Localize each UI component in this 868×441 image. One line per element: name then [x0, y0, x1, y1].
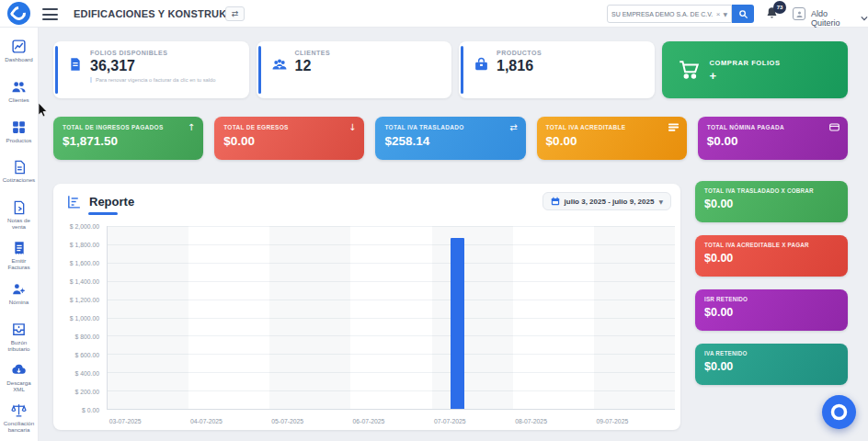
avatar[interactable]: [793, 7, 805, 20]
user-name: Aldo Quiterio: [811, 9, 858, 28]
sidebar-item-descarga-xml[interactable]: Descarga XML: [0, 362, 38, 402]
y-tick-label: $ 800.00: [75, 334, 99, 340]
gridline: [108, 354, 675, 355]
side-card-value: $0.00: [704, 252, 839, 265]
search-icon: [738, 9, 748, 19]
plot-area: [107, 226, 675, 410]
stat-value: $0.00: [223, 134, 355, 148]
sidebar-item-label: Cotizaciones: [2, 176, 36, 183]
y-tick-label: $ 1,000.00: [70, 315, 99, 322]
stat-value: $1,871.50: [63, 134, 194, 148]
card-isr-retenido[interactable]: ISR RETENIDO $0.00: [695, 289, 848, 331]
wallet-icon: [829, 123, 839, 133]
sale-note-icon: [12, 200, 27, 215]
sidebar-item-buzon-tributario[interactable]: Buzón tributario: [0, 322, 38, 362]
stat-ingresos-pagados[interactable]: TOTAL DE INGRESOS PAGADOS $1,871.50 ↑: [53, 117, 203, 160]
bar-07-07-2025[interactable]: [451, 238, 464, 409]
clientes-value: 12: [295, 58, 331, 74]
y-tick-label: $ 400.00: [75, 370, 99, 377]
y-tick-label: $ 1,200.00: [70, 297, 99, 303]
folio-document-icon: [68, 57, 83, 72]
sidebar-item-label: Emitir Facturas: [0, 257, 38, 271]
credit-card-icon: [668, 123, 679, 133]
notifications-button[interactable]: 73: [765, 6, 783, 25]
stat-egresos[interactable]: TOTAL DE EGRESOS $0.00 ↓: [214, 117, 364, 160]
sidebar-item-label: Buzón tributario: [0, 339, 38, 353]
logo-swoosh-icon: [9, 4, 29, 23]
y-axis: $ 0.00$ 200.00$ 400.00$ 600.00$ 800.00$ …: [61, 226, 107, 410]
x-tick-label: 09-07-2025: [572, 418, 653, 424]
sidebar-item-productos[interactable]: Productos: [0, 119, 38, 160]
stats-row: TOTAL DE INGRESOS PAGADOS $1,871.50 ↑ TO…: [53, 117, 848, 160]
category-stripe: [269, 226, 350, 409]
plus-icon: +: [710, 70, 717, 82]
boxes-icon: [11, 119, 27, 135]
sidebar-item-label: Clientes: [7, 96, 29, 103]
card-iva-trasladado-x-cobrar[interactable]: TOTAL IVA TRASLADADO X COBRAR $0.00: [695, 181, 848, 222]
user-menu[interactable]: Aldo Quiterio: [811, 9, 868, 28]
search-button[interactable]: [732, 5, 754, 23]
company-name: EDIFICACIONES Y KONSTRUKS...: [74, 8, 243, 19]
stat-label: TOTAL IVA ACREDITABLE: [546, 124, 678, 130]
sidebar-item-dashboard[interactable]: Dashboard: [0, 39, 38, 79]
chevron-down-icon: [861, 16, 868, 21]
y-tick-label: $ 1,400.00: [70, 278, 99, 285]
report-chart-icon: [66, 194, 82, 209]
sidebar-item-label: Dashboard: [4, 56, 33, 62]
clear-icon[interactable]: ×: [716, 10, 721, 18]
comprar-folios-button[interactable]: COMPRAR FOLIOS +: [662, 41, 849, 98]
stat-label: TOTAL NÓMINA PAGADA: [707, 124, 839, 130]
gridline: [108, 335, 675, 336]
app-logo[interactable]: [7, 2, 30, 25]
sidebar-item-cotizaciones[interactable]: Cotizaciones: [0, 160, 38, 200]
products-box-icon: [474, 57, 489, 73]
sidebar-item-conciliacion-bancaria[interactable]: Conciliación bancaria: [0, 402, 38, 441]
sidebar-item-label: Conciliación bancaria: [0, 420, 38, 434]
topbar: EDIFICACIONES Y KONSTRUKS... ⇄ SU EMPRES…: [0, 0, 868, 28]
switch-company-button[interactable]: ⇄: [225, 6, 245, 21]
clientes-label: CLIENTES: [295, 50, 331, 56]
card-iva-retenido[interactable]: IVA RETENIDO $0.00: [695, 344, 848, 385]
company-search: SU EMPRESA DEMO S.A. DE C.V. × ▼: [607, 5, 754, 23]
category-stripe: [108, 226, 188, 409]
sidebar-item-emitir-facturas[interactable]: Emitir Facturas: [0, 241, 38, 281]
y-tick-label: $ 1,600.00: [70, 260, 99, 266]
cloud-download-icon: [11, 362, 27, 378]
productos-label: PRODUCTOS: [497, 50, 542, 56]
date-range-picker[interactable]: julio 3, 2025 - julio 9, 2025 ▼: [542, 192, 671, 210]
stat-label: TOTAL DE EGRESOS: [223, 124, 355, 130]
sidebar-item-label: Descarga XML: [0, 379, 38, 393]
x-tick-label: 06-07-2025: [328, 418, 409, 424]
stat-iva-acreditable[interactable]: TOTAL IVA ACREDITABLE $0.00: [537, 117, 687, 160]
stat-iva-trasladado[interactable]: TOTAL IVA TRASLADADO $258.14 ⇄: [375, 117, 525, 160]
stat-label: TOTAL IVA TRASLADADO: [384, 124, 516, 130]
main-content: FOLIOS DISPONIBLES 36,317 Para renovar v…: [39, 28, 868, 441]
card-iva-acreditable-x-pagar[interactable]: TOTAL IVA ACREDITABLE X PAGAR $0.00: [695, 235, 848, 277]
clientes-card-body: CLIENTES 12: [295, 50, 331, 74]
sidebar-item-label: Notas de venta: [0, 217, 38, 231]
category-stripe: [432, 226, 513, 409]
menu-toggle-button[interactable]: [42, 8, 58, 20]
sidebar-item-label: Nómina: [8, 299, 29, 305]
company-select[interactable]: SU EMPRESA DEMO S.A. DE C.V. × ▼: [607, 5, 732, 23]
user-icon: [795, 10, 804, 18]
notification-badge: 73: [773, 1, 786, 14]
stat-value: $0.00: [707, 134, 839, 148]
stat-label: TOTAL DE INGRESOS PAGADOS: [63, 124, 194, 130]
sidebar-item-nomina[interactable]: Nómina: [0, 281, 38, 322]
y-tick-label: $ 600.00: [75, 352, 99, 358]
chart-line-icon: [11, 39, 27, 54]
sidebar-item-notas-de-venta[interactable]: Notas de venta: [0, 200, 38, 241]
sidebar-item-clientes[interactable]: Clientes: [0, 79, 38, 119]
users-icon: [11, 79, 27, 95]
stat-nomina-pagada[interactable]: TOTAL NÓMINA PAGADA $0.00: [698, 117, 848, 160]
summary-row: FOLIOS DISPONIBLES 36,317 Para renovar v…: [53, 41, 848, 98]
chat-launcher-button[interactable]: [822, 395, 856, 429]
y-tick-label: $ 0.00: [82, 407, 99, 413]
company-select-value: SU EMPRESA DEMO S.A. DE C.V.: [611, 11, 714, 17]
y-tick-label: $ 200.00: [75, 389, 99, 395]
productos-card: PRODUCTOS 1,816: [459, 41, 655, 98]
folios-card-body: FOLIOS DISPONIBLES 36,317 Para renovar v…: [90, 50, 216, 83]
scales-icon: [11, 402, 27, 418]
gridline: [108, 226, 675, 227]
